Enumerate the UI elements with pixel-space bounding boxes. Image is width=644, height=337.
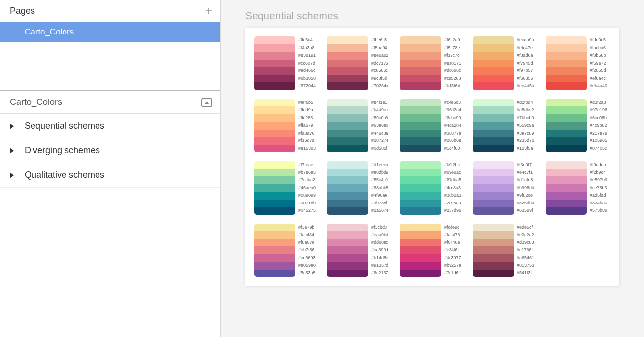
swatch-hex: #fac484 (298, 231, 316, 239)
plus-icon[interactable]: + (205, 5, 212, 17)
swatch-hex: #4f90a6 (371, 192, 388, 200)
swatch-labels: #f7feae#b7e6a5#7ccba2#46aea0#089099#0071… (295, 161, 316, 215)
color-scheme[interactable]: #c4e6c3#96d2a4#6dbc90#4da284#36877a#266b… (400, 99, 464, 153)
swatch-hex: #573b88 (590, 207, 607, 215)
swatch (254, 200, 295, 207)
swatch-hex: #e0c2a2 (517, 231, 534, 239)
color-scheme[interactable]: #f3e0f7#e4c7f1#d1afe8#b998dd#9f82ce#826d… (473, 161, 537, 215)
swatch (400, 130, 441, 137)
swatch (400, 270, 441, 277)
swatch-hex: #ca5268 (444, 75, 461, 83)
swatch (473, 36, 514, 44)
swatch-hex: #448c8a (371, 130, 388, 137)
color-scheme[interactable]: #f9ddda#f2b9c4#e597b9#ce78b3#ad5fad#834b… (546, 161, 610, 215)
page-item-carto-colors[interactable]: Carto_Colors (0, 22, 220, 42)
swatch-hex: #826dba (517, 200, 534, 207)
swatch (473, 99, 514, 107)
color-scheme[interactable]: #d2fbd4#a5dbc2#7bbcb0#559c9e#3a7c89#235d… (473, 99, 537, 153)
swatch-hex: #fbe6c5 (371, 36, 388, 44)
swatch (254, 231, 295, 239)
swatch-labels: #c4e6c3#96d2a4#6dbc90#4da284#36877a#266b… (441, 99, 461, 153)
color-scheme[interactable]: #fde0c5#facba6#f8b58b#f59e72#f2855d#ef6a… (546, 36, 610, 90)
app-root: Pages + Carto_Colors Carto_Colors Sequen… (0, 0, 644, 337)
swatch-stack (327, 36, 368, 90)
color-scheme[interactable]: #d1eeea#a8dbd9#85c4c9#68abb8#4f90a6#3b73… (327, 161, 391, 215)
swatch-hex: #ef6a4c (590, 75, 607, 83)
swatch-stack (473, 161, 514, 215)
swatch (400, 200, 441, 207)
swatch-hex: #f7945d (517, 60, 534, 67)
swatch (546, 169, 587, 177)
swatch-labels: #b0f2bc#89e8ac#67dba5#4cc8a3#38b2a3#2c98… (441, 161, 461, 215)
swatch-hex: #235d72 (517, 137, 534, 145)
swatch-hex: #f3e0f7 (517, 161, 534, 169)
swatch-hex: #f16d7a (298, 137, 316, 145)
pages-title: Pages (10, 6, 35, 16)
swatch-hex: #fef6b5 (298, 99, 316, 107)
color-scheme[interactable]: #f3cbd3#eaa9bd#dd88ac#ca699d#b14d8e#9135… (327, 224, 391, 277)
swatch-hex: #ee8a82 (371, 52, 388, 60)
swatch (546, 122, 587, 130)
swatch (400, 262, 441, 270)
swatch-hex: #89e8ac (444, 169, 461, 177)
swatch-hex: #6cc08b (590, 114, 607, 122)
swatch-labels: #d2fbd4#a5dbc2#7bbcb0#559c9e#3a7c89#235d… (514, 99, 534, 153)
swatch-hex: #eb4a40 (590, 82, 607, 90)
color-scheme[interactable]: #f3e79b#fac484#f8a07e#eb7f86#ce6693#a059… (254, 224, 318, 277)
swatch (473, 114, 514, 122)
color-scheme[interactable]: #ede5cf#e0c2a2#d39c83#c1766f#a65461#8137… (473, 224, 537, 277)
swatch-hex: #faa476 (444, 231, 461, 239)
layer-root-header[interactable]: Carto_Colors (0, 91, 220, 114)
swatch-stack (400, 36, 441, 90)
swatch-hex: #257d98 (444, 207, 461, 215)
color-scheme[interactable]: #ecda9a#efc47e#f3ad6a#f7945d#f97b57#f663… (473, 36, 537, 90)
color-scheme[interactable]: #f7feae#b7e6a5#7ccba2#46aea0#089099#0071… (254, 161, 318, 215)
swatch-hex: #541f3f (517, 270, 534, 277)
swatch (546, 192, 587, 200)
swatch (473, 262, 514, 270)
color-scheme[interactable]: #fcde9c#faa476#f0746e#e34f6f#dc3977#b925… (400, 224, 464, 277)
swatch-hex: #dd686c (444, 67, 461, 75)
swatch-hex: #3a7c89 (517, 130, 534, 137)
swatch-hex: #ad466c (298, 67, 316, 75)
swatch (473, 184, 514, 192)
swatch (473, 145, 514, 153)
swatch (327, 200, 368, 207)
layer-list: Sequential schemesDiverging schemesQuali… (0, 114, 220, 188)
swatch (327, 82, 368, 90)
swatch-hex: #d1eeea (371, 161, 388, 169)
artboard[interactable]: #ffc6c4#f4a3a8#e38191#cc607d#ad466c#8b30… (245, 28, 619, 286)
pages-header: Pages + (0, 0, 220, 22)
swatch (546, 114, 587, 122)
color-scheme[interactable]: #fbe6c5#f5ba98#ee8a82#dc7176#c8586c#9c3f… (327, 36, 391, 90)
swatch-hex: #dc3977 (444, 254, 461, 262)
swatch-hex: #f2855d (590, 67, 607, 75)
layer-item[interactable]: Diverging schemes (0, 138, 220, 163)
color-scheme[interactable]: #ffc6c4#f4a3a8#e38191#cc607d#ad466c#8b30… (254, 36, 318, 90)
swatch (400, 161, 441, 169)
color-scheme[interactable]: #fef6b5#ffdd9a#ffc285#ffa679#fa8a76#f16d… (254, 99, 318, 153)
swatch (327, 224, 368, 232)
swatch (546, 75, 587, 83)
color-scheme[interactable]: #b0f2bc#89e8ac#67dba5#4cc8a3#38b2a3#2c98… (400, 161, 464, 215)
layer-item[interactable]: Sequential schemes (0, 114, 220, 138)
swatch (400, 82, 441, 90)
chevron-right-icon (10, 123, 14, 129)
swatch (327, 270, 368, 277)
color-scheme[interactable]: #f6d2a9#f5b78e#f19c7c#ea8171#dd686c#ca52… (400, 36, 464, 90)
swatch-hex: #f3ad6a (517, 52, 534, 60)
swatch-stack (473, 99, 514, 153)
layer-item[interactable]: Qualitative schemes (0, 163, 220, 188)
swatch (327, 137, 368, 145)
swatch-labels: #fcde9c#faa476#f0746e#e34f6f#dc3977#b925… (441, 224, 461, 277)
swatch-hex: #fa8a76 (298, 130, 316, 137)
canvas[interactable]: Sequential schemes #ffc6c4#f4a3a8#e38191… (221, 0, 644, 337)
swatch (254, 114, 295, 122)
color-scheme[interactable]: #d3f2a3#97e196#6cc08b#4c9b82#217a79#1059… (546, 99, 610, 153)
swatch (327, 36, 368, 44)
swatch-hex: #105965 (590, 137, 607, 145)
swatch (546, 106, 587, 114)
swatch (546, 145, 587, 153)
swatch-hex: #b0f2bc (444, 161, 461, 169)
color-scheme[interactable]: #e4f1e1#b4d9cc#89c0b6#63a6a0#448c8a#2872… (327, 99, 391, 153)
